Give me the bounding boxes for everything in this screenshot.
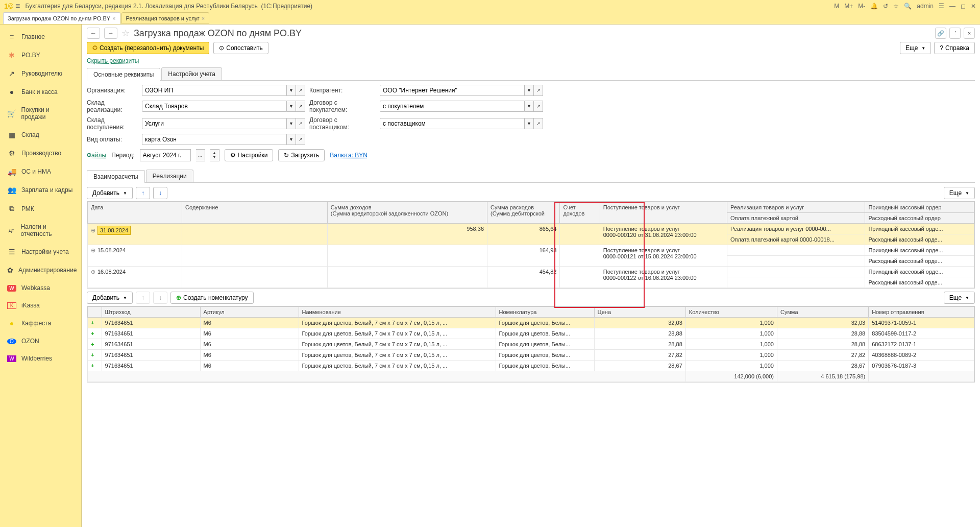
tab-accounting-settings[interactable]: Настройки учета <box>161 67 222 80</box>
dropdown-icon[interactable]: ▼ <box>287 118 296 129</box>
col-income[interactable]: Сумма доходов(Сумма кредиторской задолже… <box>327 202 487 224</box>
sidebar-item-purchases[interactable]: 🛒Покупки и продажи <box>0 101 81 126</box>
sidebar-item-poby[interactable]: ✱PO.BY <box>0 46 81 64</box>
dropdown-icon[interactable]: ▼ <box>287 134 296 145</box>
sidebar-item-settings[interactable]: ☰Настройки учета <box>0 243 81 261</box>
sidebar-item-warehouse[interactable]: ▦Склад <box>0 126 81 144</box>
move-down-button-2[interactable]: ↓ <box>153 292 167 304</box>
table-row[interactable]: + 971634651M6Горшок для цветов, Белый, 7… <box>88 350 974 361</box>
col-realize[interactable]: Реализация товаров и услуг <box>727 202 865 213</box>
table-row[interactable]: + 971634651M6Горшок для цветов, Белый, 7… <box>88 328 974 339</box>
currency-link[interactable]: Валюта: BYN <box>330 152 368 159</box>
dropdown-icon[interactable]: ▼ <box>525 118 534 129</box>
add-button-2[interactable]: Добавить▼ <box>87 292 133 304</box>
close-window-icon[interactable]: ✕ <box>971 3 976 10</box>
wh-sale-field[interactable] <box>142 101 287 112</box>
move-up-button[interactable]: ↑ <box>136 187 150 199</box>
sidebar-item-ozon[interactable]: OOZON <box>0 332 81 350</box>
table-row[interactable]: + 971634651M6Горшок для цветов, Белый, 7… <box>88 339 974 350</box>
add-button[interactable]: Добавить▼ <box>87 187 133 199</box>
counteragent-field[interactable] <box>380 85 525 96</box>
col-cash-out[interactable]: Расходный кассовый ордер <box>865 213 974 224</box>
contract-supplier-field[interactable] <box>380 118 525 129</box>
close-icon[interactable]: × <box>112 15 115 21</box>
compare-button[interactable]: ⊙Сопоставить <box>213 42 268 54</box>
hamburger-icon[interactable]: ≡ <box>15 2 20 11</box>
contract-buyer-field[interactable] <box>380 101 525 112</box>
sidebar-item-bank[interactable]: ●Банк и касса <box>0 83 81 101</box>
dropdown-icon[interactable]: ▼ <box>525 85 534 96</box>
sidebar-item-production[interactable]: ⚙Производство <box>0 144 81 162</box>
col-barcode[interactable]: Штрихкод <box>102 307 200 318</box>
sidebar-item-manager[interactable]: ↗Руководителю <box>0 64 81 83</box>
sidebar-item-kaffesta[interactable]: ●Каффеста <box>0 314 81 332</box>
col-nom[interactable]: Номенклатура <box>496 307 594 318</box>
period-select-icon[interactable]: … <box>196 149 205 161</box>
sidebar-item-taxes[interactable]: ДтНалоги и отчетность <box>0 218 81 243</box>
move-up-button-2[interactable]: ↑ <box>136 292 150 304</box>
load-button[interactable]: ↻Загрузить <box>278 149 325 161</box>
payment-field[interactable] <box>142 134 287 145</box>
memory-m[interactable]: M <box>834 3 839 10</box>
col-price[interactable]: Цена <box>594 307 685 318</box>
dropdown-icon[interactable]: ▼ <box>287 85 296 96</box>
tab-ozon-load[interactable]: Загрузка продаж OZON по дням PO.BY× <box>3 12 120 24</box>
dropdown-icon[interactable]: ▼ <box>525 101 534 112</box>
open-icon[interactable]: ↗ <box>534 118 543 129</box>
star-icon[interactable]: ☆ <box>893 3 899 10</box>
wh-in-field[interactable] <box>142 118 287 129</box>
sidebar-item-rmk[interactable]: ⧉РМК <box>0 199 81 218</box>
history-icon[interactable]: ↺ <box>883 3 888 10</box>
period-field[interactable] <box>140 149 191 161</box>
panel-icon[interactable]: ☰ <box>939 3 944 10</box>
open-icon[interactable]: ↗ <box>534 101 543 112</box>
nav-back-button[interactable]: ← <box>87 28 100 39</box>
sidebar-item-wildberries[interactable]: WWildberries <box>0 350 81 367</box>
tab-realizations[interactable]: Реализации <box>146 170 193 182</box>
open-icon[interactable]: ↗ <box>534 85 543 96</box>
sidebar-item-assets[interactable]: 🚚ОС и НМА <box>0 162 81 181</box>
col-sum[interactable]: Сумма <box>777 307 868 318</box>
sidebar-item-main[interactable]: ≡Главное <box>0 28 81 46</box>
sidebar-item-ikassa[interactable]: KiKassa <box>0 297 81 314</box>
table-row[interactable]: ⊕16.08.2024 454,82 Поступление товаров и… <box>88 267 974 277</box>
sidebar-item-admin[interactable]: ✿Администрирование <box>0 261 81 279</box>
col-name[interactable]: Наименование <box>299 307 496 318</box>
org-field[interactable] <box>142 85 287 96</box>
search-icon[interactable]: 🔍 <box>904 3 912 10</box>
help-button[interactable]: ? Справка <box>934 42 975 54</box>
open-icon[interactable]: ↗ <box>296 101 305 112</box>
create-documents-button[interactable]: ✪Создать (перезаполнить) документы <box>87 42 209 54</box>
memory-mminus[interactable]: M- <box>858 3 865 10</box>
tab-main-requisites[interactable]: Основные реквизиты <box>87 68 160 81</box>
open-icon[interactable]: ↗ <box>296 118 305 129</box>
link-icon[interactable]: 🔗 <box>935 28 946 39</box>
more-button-2[interactable]: Еще▼ <box>944 187 975 199</box>
col-receipt[interactable]: Поступление товаров и услуг <box>600 202 727 224</box>
period-step-icon[interactable]: ▲▼ <box>210 149 219 161</box>
dropdown-icon[interactable]: ▼ <box>287 101 296 112</box>
user-label[interactable]: admin <box>917 3 934 10</box>
open-icon[interactable]: ↗ <box>296 85 305 96</box>
col-card-pay[interactable]: Оплата платежной картой <box>727 213 865 224</box>
table-row[interactable]: + 971634651M6Горшок для цветов, Белый, 7… <box>88 318 974 328</box>
favorite-star-icon[interactable]: ☆ <box>121 28 130 39</box>
col-cash-in[interactable]: Приходный кассовый ордер <box>865 202 974 213</box>
nav-forward-button[interactable]: → <box>104 28 117 39</box>
table-row[interactable]: ⊕31.08.2024 958,36 865,64 Поступление то… <box>88 224 974 234</box>
close-page-icon[interactable]: × <box>964 28 975 39</box>
close-icon[interactable]: × <box>202 15 205 21</box>
bell-icon[interactable]: 🔔 <box>870 3 878 10</box>
memory-mplus[interactable]: M+ <box>844 3 853 10</box>
table-row[interactable]: + 971634651M6Горшок для цветов, Белый, 7… <box>88 361 974 371</box>
sidebar-item-salary[interactable]: 👥Зарплата и кадры <box>0 181 81 199</box>
kebab-icon[interactable]: ⋮ <box>949 28 961 39</box>
maximize-icon[interactable]: ◻ <box>961 3 966 10</box>
col-content[interactable]: Содержание <box>182 202 328 224</box>
tab-realization[interactable]: Реализация товаров и услуг× <box>121 12 210 24</box>
create-nomenclature-button[interactable]: ⊕Создать номенклатуру <box>170 292 254 304</box>
move-down-button[interactable]: ↓ <box>153 187 167 199</box>
col-qty[interactable]: Количество <box>685 307 777 318</box>
minimize-icon[interactable]: — <box>949 3 955 10</box>
more-button-3[interactable]: Еще▼ <box>944 292 975 304</box>
